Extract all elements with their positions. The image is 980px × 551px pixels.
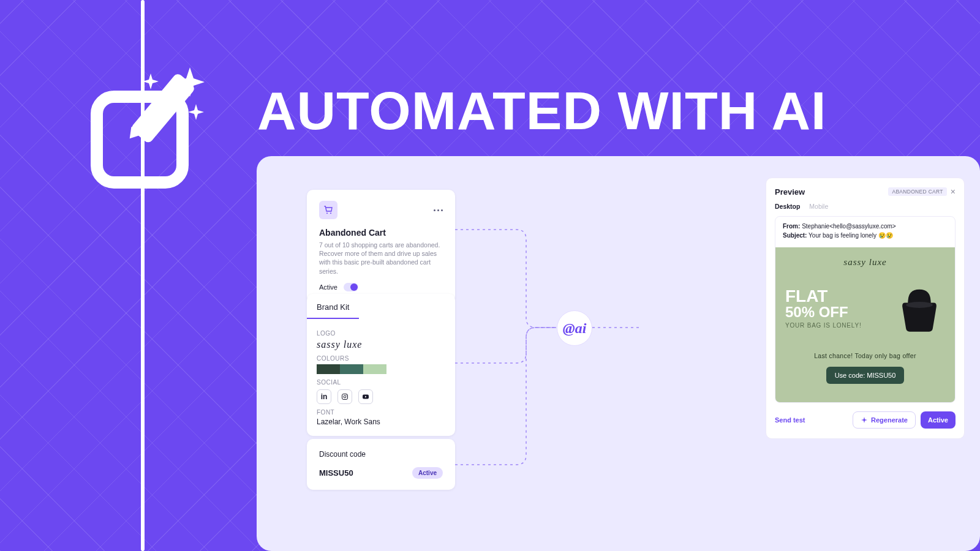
colours-label: COLOURS <box>317 355 445 362</box>
colour-swatch[interactable] <box>340 364 363 374</box>
hero-tagline: YOUR BAG IS LONELY! <box>785 322 862 329</box>
discount-code-card: Discount code MISSU50 Active <box>307 439 455 490</box>
status-badge: Active <box>412 467 443 479</box>
svg-point-7 <box>330 212 331 214</box>
hero-off: 50% OFF <box>785 305 862 320</box>
hero-brand-logo: sassy luxe <box>785 257 945 268</box>
page-headline: AUTOMATED WITH AI <box>257 80 826 142</box>
note-sparkle-icon <box>86 61 221 196</box>
tab-mobile[interactable]: Mobile <box>809 203 828 210</box>
brand-logo: sassy luxe <box>317 339 445 350</box>
svg-marker-4 <box>143 73 159 89</box>
hero-chance: Last chance! Today only bag offer <box>785 352 945 359</box>
regenerate-button[interactable]: Regenerate <box>853 411 916 429</box>
tab-brand-kit[interactable]: Brand Kit <box>307 294 359 319</box>
connector-lines <box>455 223 651 481</box>
abandoned-cart-card: Abandoned Cart 7 out of 10 shopping cart… <box>307 190 455 302</box>
send-test-link[interactable]: Send test <box>775 416 805 424</box>
logo-label: LOGO <box>317 330 445 337</box>
font-label: FONT <box>317 409 445 416</box>
sparkle-icon <box>861 416 868 424</box>
svg-point-6 <box>326 212 328 214</box>
svg-point-9 <box>344 395 346 398</box>
brand-kit-card: Brand Kit LOGO sassy luxe COLOURS SOCIAL… <box>307 294 455 436</box>
tab-desktop[interactable]: Desktop <box>775 203 800 210</box>
linkedin-icon[interactable]: in <box>317 389 331 404</box>
discount-code: MISSU50 <box>319 468 353 478</box>
active-button[interactable]: Active <box>921 411 956 429</box>
hero-flat: FLAT <box>785 288 862 305</box>
abandoned-description: 7 out of 10 shopping carts are abandoned… <box>319 241 443 276</box>
colour-swatches <box>317 364 445 374</box>
ai-badge: @ai <box>557 310 592 346</box>
colour-swatch[interactable] <box>317 364 340 374</box>
abandoned-title: Abandoned Cart <box>319 228 443 238</box>
svg-point-13 <box>906 302 933 308</box>
svg-marker-5 <box>188 104 204 120</box>
main-panel: Abandoned Cart 7 out of 10 shopping cart… <box>257 156 980 551</box>
discount-title: Discount code <box>319 450 443 459</box>
font-value: Lazelar, Work Sans <box>317 418 445 426</box>
subject-label: Subject: <box>783 232 807 239</box>
colour-swatch[interactable] <box>363 364 386 374</box>
active-label: Active <box>319 283 337 291</box>
more-icon[interactable] <box>434 209 443 211</box>
email-preview: From: Stephanie<hello@sassyluxe.com> Sub… <box>775 216 956 403</box>
preview-panel: Preview ABANDONED CART × Desktop Mobile … <box>766 178 965 439</box>
youtube-icon[interactable] <box>358 389 373 404</box>
bag-icon <box>894 282 945 334</box>
preview-title: Preview <box>775 187 805 197</box>
from-value: Stephanie<hello@sassyluxe.com> <box>802 223 896 230</box>
close-icon[interactable]: × <box>951 187 956 197</box>
social-label: SOCIAL <box>317 379 445 386</box>
use-code-button[interactable]: Use code: MISSU50 <box>826 367 905 384</box>
cart-icon <box>319 201 337 219</box>
svg-marker-14 <box>861 417 867 423</box>
subject-value: Your bag is feeling lonely 😢😢 <box>809 232 893 239</box>
svg-point-10 <box>346 395 347 395</box>
preview-tag: ABANDONED CART <box>888 187 946 196</box>
from-label: From: <box>783 223 800 230</box>
active-toggle[interactable] <box>344 283 358 291</box>
instagram-icon[interactable] <box>337 389 352 404</box>
